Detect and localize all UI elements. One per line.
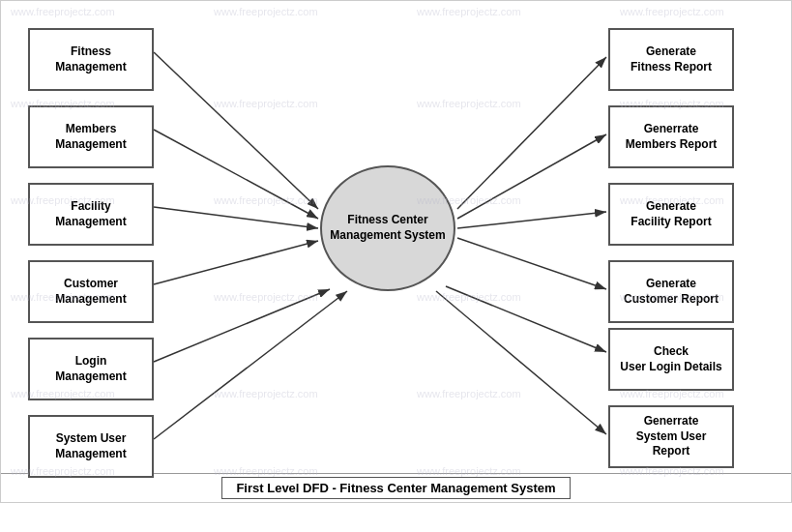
watermark: www.freeprojectz.com: [417, 6, 521, 17]
watermark: www.freeprojectz.com: [214, 194, 318, 206]
left-box-facility-mgmt: FacilityManagement: [28, 183, 154, 246]
right-box-gen-members: GenerrateMembers Report: [608, 105, 734, 168]
watermark: www.freeprojectz.com: [214, 98, 318, 109]
left-box-customer-mgmt: CustomerManagement: [28, 260, 154, 323]
left-box-sysuser-mgmt: System UserManagement: [28, 415, 154, 478]
watermark: www.freeprojectz.com: [214, 6, 318, 17]
svg-line-5: [154, 289, 330, 362]
watermark: www.freeprojectz.com: [11, 6, 115, 17]
svg-line-10: [457, 238, 606, 289]
svg-line-6: [154, 291, 347, 439]
svg-line-1: [154, 52, 318, 209]
svg-line-2: [154, 130, 318, 219]
svg-line-8: [457, 134, 606, 219]
right-box-gen-facility: GenerateFacility Report: [608, 183, 734, 246]
watermark: www.freeprojectz.com: [620, 6, 724, 17]
svg-line-3: [154, 207, 318, 228]
right-box-check-login: CheckUser Login Details: [608, 328, 734, 391]
right-box-gen-sysuser: GenerrateSystem User Report: [608, 405, 734, 468]
svg-line-4: [154, 241, 318, 284]
watermark: www.freeprojectz.com: [417, 291, 521, 303]
caption-text: First Level DFD - Fitness Center Managem…: [221, 477, 570, 499]
right-box-gen-fitness: GenerateFitness Report: [608, 28, 734, 91]
watermark: www.freeprojectz.com: [214, 291, 318, 303]
right-box-gen-customer: GenerateCustomer Report: [608, 260, 734, 323]
svg-line-7: [457, 57, 606, 209]
diagram-container: www.freeprojectz.com www.freeprojectz.co…: [0, 0, 792, 503]
left-box-members-mgmt: MembersManagement: [28, 105, 154, 168]
left-box-login-mgmt: LoginManagement: [28, 338, 154, 400]
center-ellipse: Fitness Center Management System: [320, 165, 455, 291]
svg-line-12: [436, 291, 606, 434]
watermark: www.freeprojectz.com: [417, 98, 521, 109]
svg-line-9: [457, 212, 606, 228]
svg-line-11: [446, 286, 606, 352]
watermark: www.freeprojectz.com: [214, 388, 318, 399]
center-label: Fitness Center Management System: [322, 213, 454, 243]
watermark: www.freeprojectz.com: [417, 388, 521, 399]
left-box-fitness-mgmt: FitnessManagement: [28, 28, 154, 91]
